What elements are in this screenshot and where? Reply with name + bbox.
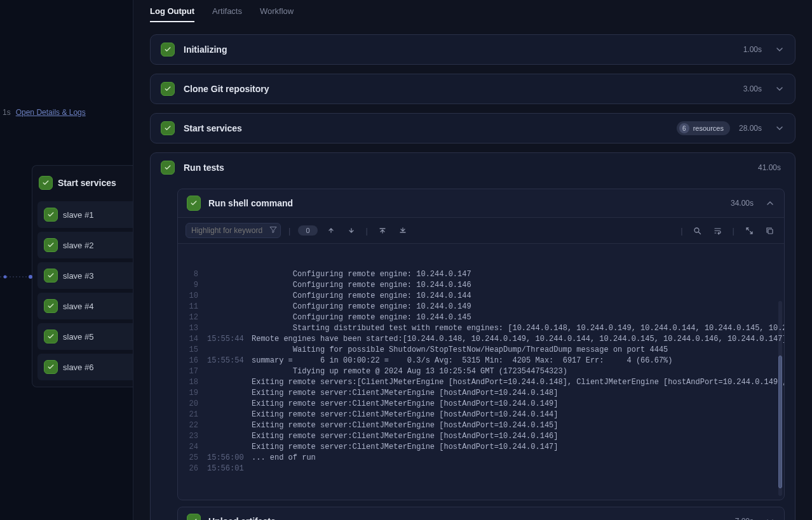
open-details-link[interactable]: Open Details & Logs (16, 108, 86, 117)
chevron-down-icon[interactable] (775, 84, 785, 94)
tree-item-label: slave #5 (63, 332, 93, 342)
line-number: 17 (184, 366, 198, 377)
chevron-down-icon[interactable] (765, 516, 775, 520)
line-text: Configuring remote engine: 10.244.0.146 (252, 280, 471, 291)
check-icon (161, 161, 175, 175)
tab-artifacts[interactable]: Artifacts (212, 6, 242, 22)
tree-item[interactable]: slave #6 (37, 354, 133, 380)
log-line: 15 Waiting for possible Shutdown/StopTes… (178, 345, 784, 356)
chevron-down-icon[interactable] (775, 123, 785, 133)
line-timestamp (207, 280, 243, 291)
log-scrollbar[interactable] (778, 301, 782, 496)
chevron-down-icon[interactable] (775, 44, 785, 55)
scroll-top-icon[interactable] (376, 223, 389, 237)
line-text: ... end of run (252, 453, 316, 463)
scroll-bottom-icon[interactable] (396, 223, 410, 237)
next-match-icon[interactable] (344, 223, 358, 237)
step-header[interactable]: Run shell command 34.00s (178, 189, 784, 217)
tree-group-header[interactable]: Start services 6 (37, 172, 133, 197)
tab-bar: Log OutputArtifactsWorkflow (133, 0, 812, 23)
line-timestamp (207, 302, 243, 312)
line-number: 12 (184, 312, 198, 323)
step-title: Clone Git repository (184, 84, 734, 94)
line-timestamp: 15:56:01 (207, 463, 243, 474)
divider: | (731, 226, 736, 236)
step-duration: 34.00s (731, 199, 754, 208)
line-text: Exiting remote server:ClientJMeterEngine… (252, 399, 558, 410)
resources-chip[interactable]: 6 resources (677, 121, 730, 135)
log-line: 21Exiting remote server:ClientJMeterEngi… (178, 410, 784, 420)
step-duration: 3.00s (743, 84, 762, 93)
tree-item[interactable]: slave #1 (37, 201, 133, 228)
search-icon[interactable] (691, 223, 705, 237)
log-line: 24Exiting remote server:ClientJMeterEngi… (178, 442, 784, 453)
step-header[interactable]: Run tests 41.00s (151, 153, 795, 182)
step-title: Run tests (184, 163, 749, 173)
line-number: 16 (184, 356, 198, 366)
expand-icon[interactable] (742, 223, 756, 237)
line-timestamp (207, 410, 243, 420)
line-timestamp (207, 377, 243, 388)
step-header[interactable]: Initializing 1.00s (151, 35, 795, 64)
check-icon (44, 269, 58, 283)
divider: | (679, 226, 684, 236)
line-timestamp (207, 420, 243, 431)
log-line: 22Exiting remote server:ClientJMeterEngi… (178, 420, 784, 431)
line-timestamp (207, 388, 243, 399)
divider: | (365, 226, 369, 236)
line-number: 11 (184, 302, 198, 312)
chevron-up-icon[interactable] (765, 198, 775, 208)
tab-workflow[interactable]: Workflow (260, 6, 294, 22)
log-line: 1415:55:44Remote engines have been start… (178, 334, 784, 345)
tree-item[interactable]: slave #5 (37, 323, 133, 350)
highlight-input[interactable] (186, 223, 281, 238)
tree-item-label: slave #2 (63, 241, 93, 250)
services-tree: Start services 6 slave #1slave #2slave #… (32, 165, 133, 387)
line-timestamp (207, 431, 243, 442)
check-icon (44, 299, 58, 313)
line-text: Exiting remote servers:[ClientJMeterEngi… (252, 377, 784, 388)
tree-item[interactable]: slave #2 (37, 232, 133, 258)
step-header[interactable]: Start services 6 resources 28.00s (151, 114, 795, 143)
line-number: 22 (184, 420, 198, 431)
check-icon (161, 43, 175, 57)
tab-log[interactable]: Log Output (150, 6, 194, 22)
check-icon (161, 82, 175, 96)
line-timestamp (207, 323, 243, 334)
step-header[interactable]: Clone Git repository 3.00s (151, 74, 795, 103)
check-icon (44, 208, 58, 222)
step-header[interactable]: Upload artifacts 7.00s (178, 507, 784, 520)
log-line: 13 Starting distributed test with remote… (178, 323, 784, 334)
line-number: 24 (184, 442, 198, 453)
log-body[interactable]: 8 Configuring remote engine: 10.244.0.14… (178, 244, 784, 500)
match-count: 0 (298, 225, 317, 236)
log-line: 19Exiting remote server:ClientJMeterEngi… (178, 388, 784, 399)
line-timestamp (207, 366, 243, 377)
line-timestamp: 15:55:54 (207, 356, 243, 366)
check-icon (187, 196, 201, 211)
log-line: 10 Configuring remote engine: 10.244.0.1… (178, 291, 784, 302)
tree-item[interactable]: slave #3 (37, 262, 133, 289)
log-line: 20Exiting remote server:ClientJMeterEngi… (178, 399, 784, 410)
tree-item-label: slave #1 (63, 210, 93, 220)
line-text: Configuring remote engine: 10.244.0.149 (252, 302, 471, 312)
log-line: 2515:56:00... end of run (178, 453, 784, 463)
line-text: Configuring remote engine: 10.244.0.144 (252, 291, 471, 302)
step-clone: Clone Git repository 3.00s (150, 74, 795, 104)
copy-icon[interactable] (762, 223, 776, 237)
resources-count: 6 (679, 123, 689, 133)
check-icon (39, 176, 53, 190)
check-icon (44, 238, 58, 252)
tree-group-label: Start services (58, 178, 116, 188)
line-number: 23 (184, 431, 198, 442)
tree-item[interactable]: slave #4 (37, 293, 133, 319)
log-line: 12 Configuring remote engine: 10.244.0.1… (178, 312, 784, 323)
line-text: summary = 6 in 00:00:22 = 0.3/s Avg: 531… (252, 356, 673, 366)
line-number: 25 (184, 453, 198, 463)
step-title: Initializing (184, 44, 734, 55)
wrap-icon[interactable] (711, 223, 725, 237)
prev-match-icon[interactable] (324, 223, 338, 237)
line-text: Exiting remote server:ClientJMeterEngine… (252, 410, 558, 420)
line-number: 9 (184, 280, 198, 291)
line-text: Configuring remote engine: 10.244.0.145 (252, 312, 471, 323)
